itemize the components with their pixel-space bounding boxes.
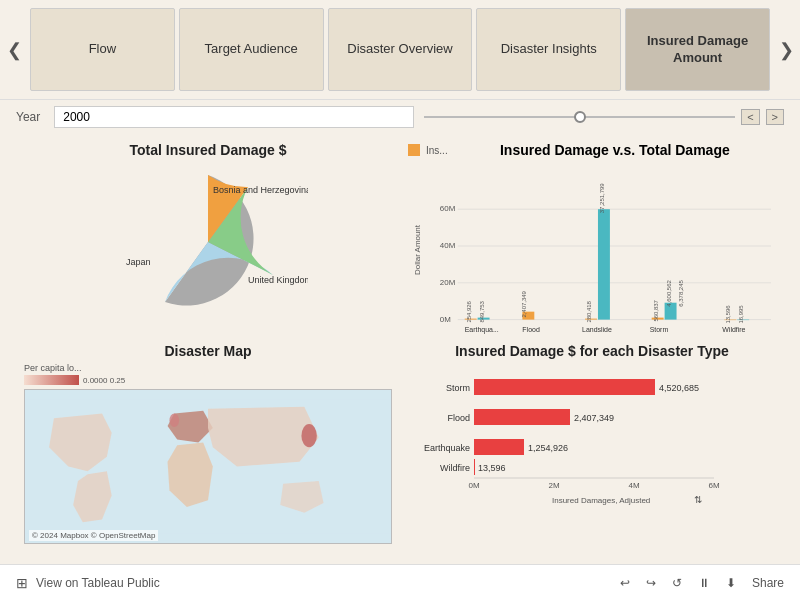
y-tick-40m: 40M — [440, 241, 455, 250]
pie-chart: Bosnia and Herzegovina United Kingdom Ja… — [24, 162, 392, 322]
tab-disaster-overview[interactable]: Disaster Overview — [328, 8, 473, 91]
slider-back-btn[interactable]: < — [741, 109, 759, 125]
val-storm-total: 4,600,562 — [666, 280, 672, 307]
hbar-storm — [474, 379, 655, 395]
val-wildfire-total: 16,995 — [738, 305, 744, 324]
main-content: Total Insured Damage $ Bosnia and Herzeg… — [0, 134, 800, 552]
hbar-earthquake — [474, 439, 524, 455]
pie-svg: Bosnia and Herzegovina United Kingdom Ja… — [108, 165, 308, 320]
tableau-link[interactable]: View on Tableau Public — [36, 576, 160, 590]
pie-chart-panel: Total Insured Damage $ Bosnia and Herzeg… — [16, 138, 400, 339]
x-tick-0m: 0M — [468, 481, 479, 490]
svg-point-6 — [169, 414, 179, 427]
y-tick-60m: 60M — [440, 204, 455, 213]
x-tick-2m: 2M — [548, 481, 559, 490]
pause-button[interactable]: ⏸ — [698, 576, 710, 590]
year-slider-track[interactable] — [424, 116, 735, 118]
prev-arrow[interactable]: ❮ — [0, 0, 28, 99]
next-arrow[interactable]: ❯ — [772, 0, 800, 99]
val-landslide-total: 37,251,799 — [599, 183, 605, 213]
x-tick-4m: 4M — [628, 481, 639, 490]
bar-chart-title: Insured Damage v.s. Total Damage — [454, 142, 776, 158]
share-label: Share — [752, 576, 784, 590]
tableau-icon: ⊞ — [16, 575, 28, 591]
tab-disaster-insights[interactable]: Disaster Insights — [476, 8, 621, 91]
x-axis-label: Insured Damages, Adjusted — [552, 496, 650, 505]
y-tick-20m: 20M — [440, 278, 455, 287]
year-label: Year — [16, 110, 40, 124]
undo-icon: ↩ — [620, 576, 630, 590]
hbar-chart-title: Insured Damage $ for each Disaster Type — [408, 343, 776, 359]
bar-landslide-total — [598, 209, 610, 319]
hbar-val-storm: 4,520,685 — [659, 383, 699, 393]
hbar-val-earthquake: 1,254,926 — [528, 443, 568, 453]
reset-icon: ↺ — [672, 576, 682, 590]
legend-insured-swatch — [408, 144, 420, 156]
hbar-flood — [474, 409, 570, 425]
x-tick-6m: 6M — [708, 481, 719, 490]
download-icon: ⬇ — [726, 576, 736, 590]
map-legend-range: 0.0000 0.25 — [83, 376, 125, 385]
val-storm-total2: 6,378,245 — [678, 280, 684, 307]
val-storm-insured: 560,837 — [653, 299, 659, 321]
x-label-wildfire: Wildfire — [722, 326, 745, 333]
nav-tabs: Flow Target Audience Disaster Overview D… — [28, 0, 772, 99]
hbar-label-wildfire: Wildfire — [440, 463, 470, 473]
pie-label-japan: Japan — [126, 257, 151, 267]
year-slider-area: < > — [424, 109, 784, 125]
hbar-val-flood: 2,407,349 — [574, 413, 614, 423]
y-axis-label: Dollar Amount — [413, 224, 422, 275]
world-map: © 2024 Mapbox © OpenStreetMap — [24, 389, 392, 544]
map-svg — [25, 390, 391, 543]
bar-chart-panel: Ins... Insured Damage v.s. Total Damage … — [400, 138, 784, 339]
footer: ⊞ View on Tableau Public ↩ ↪ ↺ ⏸ ⬇ Share — [0, 564, 800, 600]
tab-insured-damage[interactable]: Insured Damage Amount — [625, 8, 770, 91]
hbar-wildfire — [474, 459, 475, 475]
hbar-chart-panel: Insured Damage $ for each Disaster Type … — [400, 339, 784, 548]
pause-icon: ⏸ — [698, 576, 710, 590]
hbar-label-earthquake: Earthquake — [424, 443, 470, 453]
x-label-landslide: Landslide — [582, 326, 612, 333]
map-legend-gradient — [24, 375, 79, 385]
redo-icon: ↪ — [646, 576, 656, 590]
tab-target-audience[interactable]: Target Audience — [179, 8, 324, 91]
hbar-chart: Storm Flood Earthquake Wildfire 4,520,68… — [408, 363, 776, 518]
map-legend-label: Per capita lo... — [24, 363, 392, 373]
slider-forward-btn[interactable]: > — [766, 109, 784, 125]
val-wildfire-insured: 13,596 — [725, 305, 731, 324]
val-earthquake-insured: 254,926 — [466, 300, 472, 322]
share-button[interactable]: Share — [752, 576, 784, 590]
x-label-earthquake: Earthqua... — [465, 326, 499, 334]
tab-flow[interactable]: Flow — [30, 8, 175, 91]
year-input[interactable] — [54, 106, 414, 128]
map-copyright: © 2024 Mapbox © OpenStreetMap — [29, 530, 158, 541]
hbar-label-flood: Flood — [447, 413, 470, 423]
year-filter-row: Year < > — [0, 100, 800, 134]
redo-button[interactable]: ↪ — [646, 576, 656, 590]
x-label-flood: Flood — [522, 326, 540, 333]
pie-chart-title: Total Insured Damage $ — [24, 142, 392, 158]
hbar-label-storm: Storm — [446, 383, 470, 393]
hbar-svg: Storm Flood Earthquake Wildfire 4,520,68… — [408, 363, 776, 523]
val-earthquake-total: 849,753 — [479, 300, 485, 322]
y-tick-0m: 0M — [440, 315, 451, 324]
bar-chart-svg: Dollar Amount 0M 20M 40M 60M Earthqua...… — [408, 160, 776, 335]
sort-icon[interactable]: ⇅ — [694, 494, 702, 505]
map-panel: Disaster Map Per capita lo... 0.0000 0.2… — [16, 339, 400, 548]
val-flood-insured: 2,407,349 — [521, 290, 527, 317]
reset-button[interactable]: ↺ — [672, 576, 682, 590]
svg-point-5 — [301, 424, 316, 447]
undo-button[interactable]: ↩ — [620, 576, 630, 590]
year-slider-thumb[interactable] — [574, 111, 586, 123]
val-landslide-insured: 280,418 — [586, 300, 592, 322]
download-button[interactable]: ⬇ — [726, 576, 736, 590]
legend-insured-label: Ins... — [426, 145, 448, 156]
bar-chart: Dollar Amount 0M 20M 40M 60M Earthqua...… — [408, 160, 776, 335]
x-label-storm: Storm — [650, 326, 669, 333]
pie-label-bosnia: Bosnia and Herzegovina — [213, 185, 308, 195]
pie-label-uk: United Kingdom — [248, 275, 308, 285]
hbar-val-wildfire: 13,596 — [478, 463, 506, 473]
map-title: Disaster Map — [24, 343, 392, 359]
footer-actions: ↩ ↪ ↺ ⏸ ⬇ Share — [620, 576, 784, 590]
top-navigation: ❮ Flow Target Audience Disaster Overview… — [0, 0, 800, 100]
